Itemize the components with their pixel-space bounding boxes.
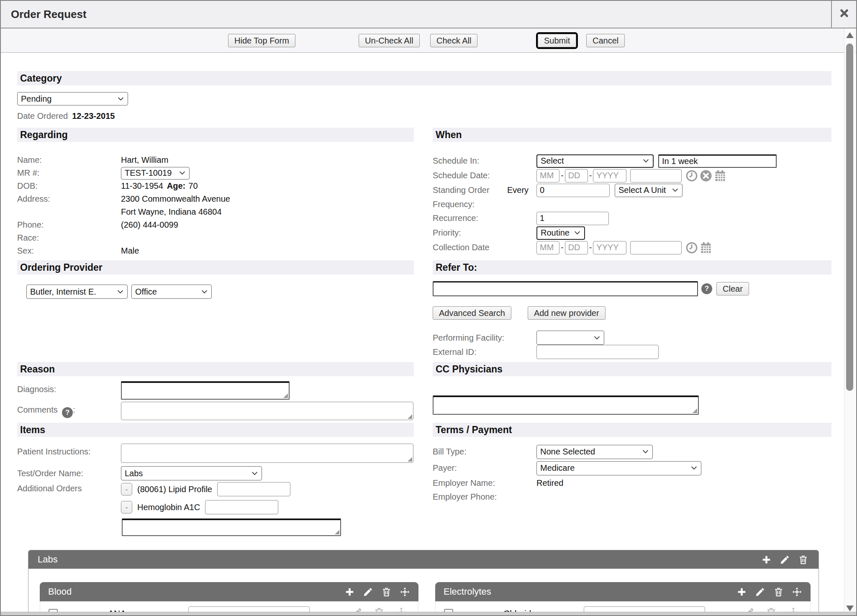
priority-label: Priority: — [433, 228, 536, 238]
reason-section: Reason Diagnosis: Comments ?: — [17, 362, 414, 423]
performing-facility-select[interactable] — [536, 331, 604, 345]
bill-type-select[interactable]: None Selected — [536, 445, 653, 459]
standing-order-unit-select[interactable]: Select A Unit — [615, 184, 683, 197]
patient-instructions-textarea[interactable] — [121, 444, 413, 463]
schedule-in-window-input[interactable] — [658, 154, 777, 168]
scroll-down-arrow-icon[interactable] — [846, 606, 854, 611]
scroll-up-arrow-icon[interactable] — [846, 32, 854, 38]
priority-value: Routine — [541, 228, 570, 238]
edit-icon[interactable] — [363, 587, 373, 597]
payer-select[interactable]: Medicare — [536, 461, 701, 475]
horizontal-scrollbar-strip[interactable] — [1, 612, 856, 615]
schedule-date-mm-input[interactable] — [536, 169, 559, 182]
test-order-name-select[interactable]: Labs — [121, 466, 262, 480]
add-icon[interactable] — [344, 587, 355, 597]
collection-date-label: Collection Date — [433, 243, 536, 252]
add-new-provider-button[interactable]: Add new provider — [528, 306, 606, 320]
remove-order-button[interactable]: - — [121, 483, 132, 495]
schedule-date-yyyy-input[interactable] — [593, 169, 626, 182]
collection-time-input[interactable] — [630, 241, 682, 254]
refer-to-clear-button[interactable]: Clear — [716, 282, 749, 295]
test-order-name-value: Labs — [125, 469, 143, 478]
payer-value: Medicare — [540, 463, 575, 473]
chevron-down-icon — [690, 465, 698, 472]
additional-order-input[interactable] — [205, 500, 278, 514]
bill-type-value: None Selected — [540, 447, 595, 457]
ordering-provider-heading: Ordering Provider — [17, 260, 414, 275]
add-icon[interactable] — [736, 587, 747, 597]
order-request-dialog: { "window": { "title": "Order Request" }… — [0, 0, 857, 616]
lab-group-header: Electrolytes — [435, 582, 811, 601]
schedule-in-label: Schedule In: — [433, 156, 536, 166]
refer-to-section: Refer To: ? Clear Advanced Search Add ne… — [433, 260, 831, 362]
chevron-down-icon — [251, 470, 258, 477]
delete-icon[interactable] — [773, 587, 784, 597]
bill-type-label: Bill Type: — [433, 447, 536, 457]
advanced-search-button[interactable]: Advanced Search — [433, 306, 511, 320]
collection-date-yyyy-input[interactable] — [593, 241, 626, 254]
add-icon[interactable] — [761, 554, 772, 565]
uncheck-all-button[interactable]: Un-Check All — [359, 34, 420, 47]
ordering-provider-value: Butler, Internist E. — [30, 287, 96, 297]
help-icon[interactable]: ? — [701, 283, 712, 294]
delete-icon[interactable] — [381, 587, 392, 597]
delete-icon[interactable] — [798, 554, 808, 565]
remove-order-button[interactable]: - — [121, 501, 132, 513]
cc-physicians-textarea[interactable] — [433, 395, 699, 415]
schedule-date-label: Schedule Date: — [433, 171, 536, 180]
performing-facility-label: Performing Facility: — [433, 333, 536, 343]
check-all-button[interactable]: Check All — [430, 34, 477, 47]
cancel-button[interactable]: Cancel — [586, 34, 625, 47]
collection-date-mm-input[interactable] — [536, 241, 559, 254]
date-ordered-label: Date Ordered — [17, 111, 68, 121]
diagnosis-textarea[interactable] — [121, 381, 290, 400]
labs-panel-title: Labs — [38, 554, 58, 565]
move-icon[interactable] — [400, 587, 410, 597]
external-id-input[interactable] — [536, 345, 659, 359]
standing-order-every-input[interactable] — [536, 184, 610, 197]
help-icon[interactable]: ? — [62, 407, 73, 418]
chevron-down-icon — [179, 169, 186, 177]
phone-value: (260) 444-0099 — [121, 220, 178, 230]
refer-to-search-input[interactable] — [433, 281, 698, 296]
edit-icon[interactable] — [780, 554, 790, 565]
priority-select[interactable]: Routine — [536, 226, 585, 240]
close-button[interactable] — [831, 1, 856, 28]
provider-location-select[interactable]: Office — [131, 285, 212, 299]
additional-order-name: (80061) Lipid Profile — [137, 485, 212, 494]
schedule-in-select[interactable]: Select — [536, 154, 654, 168]
collection-date-dd-input[interactable] — [565, 241, 588, 254]
additional-order-input[interactable] — [217, 482, 290, 496]
calendar-icon[interactable] — [714, 169, 726, 182]
clock-icon[interactable] — [685, 241, 698, 254]
schedule-date-dd-input[interactable] — [565, 169, 588, 182]
submit-button[interactable]: Submit — [538, 34, 576, 47]
labs-panel-header: Labs — [28, 550, 819, 569]
ordering-provider-select[interactable]: Butler, Internist E. — [26, 285, 128, 299]
lab-group-title: Electrolytes — [444, 586, 491, 597]
clock-icon[interactable] — [685, 169, 698, 182]
standing-order-unit-value: Select A Unit — [618, 185, 666, 195]
lab-group-header: Blood — [40, 582, 418, 601]
mr-number-select[interactable]: TEST-10019 — [121, 167, 190, 180]
move-icon[interactable] — [792, 587, 802, 597]
chevron-down-icon — [672, 187, 679, 194]
cc-physicians-heading: CC Physicians — [433, 362, 831, 376]
lab-group-blood: Blood ANA — [40, 582, 418, 616]
comments-textarea[interactable] — [121, 402, 413, 420]
regarding-section: Regarding Name: Hart, William MR #: TEST… — [17, 128, 414, 260]
test-order-name-label: Test/Order Name: — [17, 469, 121, 478]
calendar-icon[interactable] — [700, 241, 712, 254]
chevron-down-icon — [642, 157, 649, 164]
edit-icon[interactable] — [755, 587, 765, 597]
terms-payment-section: Terms / Payment Bill Type: None Selected… — [433, 423, 831, 548]
vertical-scrollbar[interactable] — [844, 28, 855, 615]
recurrence-input[interactable] — [536, 212, 609, 225]
category-select[interactable]: Pending — [17, 92, 128, 105]
schedule-time-input[interactable] — [630, 169, 682, 182]
clear-date-icon[interactable] — [700, 169, 712, 182]
add-order-search-textarea[interactable] — [122, 518, 341, 536]
hide-top-form-button[interactable]: Hide Top Form — [228, 34, 295, 47]
scrollbar-thumb[interactable] — [846, 44, 853, 391]
additional-order-row: - (80061) Lipid Profile — [121, 482, 341, 496]
